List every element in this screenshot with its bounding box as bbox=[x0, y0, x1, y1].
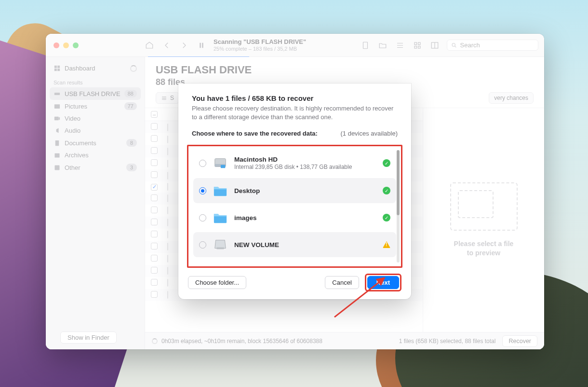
status-ok-icon bbox=[383, 214, 390, 221]
destination-name: Desktop bbox=[234, 187, 376, 194]
status-ok-icon bbox=[383, 159, 390, 167]
recovery-destination-modal: You have 1 files / 658 KB to recover Ple… bbox=[178, 83, 411, 299]
hdd-icon bbox=[213, 156, 227, 170]
scrollbar[interactable] bbox=[397, 150, 400, 263]
destination-radio[interactable] bbox=[199, 241, 206, 249]
destination-radio[interactable] bbox=[199, 160, 206, 167]
destination-radio[interactable] bbox=[199, 214, 206, 221]
folder-icon bbox=[213, 211, 227, 224]
devices-available-label: (1 devices available) bbox=[340, 130, 398, 137]
destination-name: images bbox=[234, 214, 376, 221]
destination-name: NEW VOLUME bbox=[234, 241, 376, 249]
destination-macintosh-hd[interactable]: Macintosh HD bbox=[193, 259, 396, 268]
folder-icon bbox=[213, 184, 227, 197]
status-warn-icon bbox=[383, 241, 390, 248]
destination-desktop[interactable]: Desktop bbox=[193, 178, 396, 203]
destination-list[interactable]: Macintosh HDInternal 239,85 GB disk • 13… bbox=[188, 148, 399, 268]
destination-radio[interactable] bbox=[199, 187, 206, 194]
destination-detail: Internal 239,85 GB disk • 138,77 GB avai… bbox=[234, 164, 376, 170]
svg-rect-24 bbox=[215, 267, 226, 268]
modal-title: You have 1 files / 658 KB to recover bbox=[192, 94, 398, 102]
modal-description: Please choose recovery destination. It i… bbox=[192, 104, 398, 121]
cancel-button[interactable]: Cancel bbox=[325, 276, 359, 289]
choose-folder-button[interactable]: Choose folder... bbox=[188, 276, 246, 289]
destination-images[interactable]: images bbox=[193, 205, 396, 230]
svg-rect-23 bbox=[217, 248, 224, 249]
destination-name: Macintosh HD bbox=[234, 156, 376, 163]
destination-new-volume[interactable]: NEW VOLUME bbox=[193, 232, 396, 257]
destination-list-highlight: Macintosh HDInternal 239,85 GB disk • 13… bbox=[187, 145, 402, 268]
destination-macintosh-hd[interactable]: Macintosh HDInternal 239,85 GB disk • 13… bbox=[193, 150, 396, 176]
status-ok-icon bbox=[383, 187, 390, 194]
choose-label: Choose where to save the recovered data: bbox=[192, 130, 318, 137]
svg-rect-22 bbox=[221, 165, 225, 168]
hdd-icon bbox=[213, 265, 227, 268]
ext-icon bbox=[213, 238, 227, 251]
